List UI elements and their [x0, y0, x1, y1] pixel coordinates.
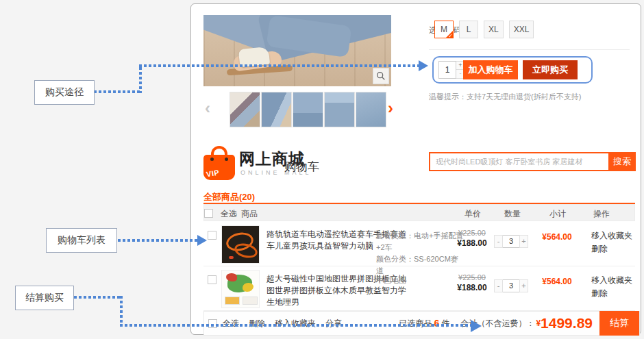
move-to-favorites-link[interactable]: 移入收藏夹 — [591, 229, 632, 242]
row-checkbox[interactable] — [208, 231, 216, 240]
row-quantity-stepper: - 3 + — [494, 279, 528, 292]
row-qty-increase-button[interactable]: + — [519, 279, 528, 292]
brand-logo-icon: VIP — [203, 146, 235, 180]
map-shape — [243, 283, 253, 292]
row-actions: 移入收藏夹 删除 — [591, 229, 632, 255]
product-thumbnail[interactable] — [324, 92, 355, 127]
row-subtotal: ¥564.00 — [536, 277, 578, 286]
move-to-favorites-link[interactable]: 移入收藏夹 — [591, 274, 632, 287]
annotation-line — [74, 296, 122, 299]
cart-section-title: 全部商品(20) — [203, 191, 255, 203]
old-price: ¥225.00 — [445, 273, 499, 281]
product-thumbnail[interactable] — [356, 92, 386, 127]
selected-items-label: 已选商品 — [399, 318, 432, 329]
divider — [429, 49, 630, 50]
current-price: ¥188.00 — [445, 283, 499, 292]
thumbnails-next-icon[interactable]: › — [388, 100, 393, 116]
add-to-cart-button[interactable]: 加入购物车 — [463, 60, 518, 79]
size-option-xl[interactable]: XL — [484, 21, 504, 38]
search-input[interactable] — [429, 152, 608, 171]
callout-purchase-path: 购买途径 — [34, 80, 95, 105]
map-strip — [225, 297, 240, 305]
column-qty: 数量 — [504, 208, 521, 220]
size-option-xxl[interactable]: XXL — [509, 21, 534, 38]
cart-footer-bar: 全选 删除 移入收藏夹 分享 已选商品 6 件 合计（不含运费）： ¥ 1499… — [203, 311, 640, 336]
size-option-m[interactable]: M✓ — [434, 21, 454, 38]
cart-table-header: 全选 商品 单价 数量 小计 操作 — [203, 204, 635, 221]
search-bar: 搜索 — [429, 152, 636, 171]
return-policy-tip: 温馨提示：支持7天无理由退货(拆封后不支持) — [429, 92, 581, 102]
annotation-line — [118, 239, 197, 242]
row-qty-decrease-button[interactable]: - — [494, 279, 503, 292]
current-price: ¥188.00 — [445, 238, 499, 248]
map-strip — [243, 297, 258, 305]
product-thumbnail[interactable] — [293, 92, 323, 127]
checkout-button[interactable]: 结算 — [599, 311, 639, 336]
cart-row: 路轨轨道车电动遥控轨道赛车手摇赛道车儿童男孩玩具益智智力动脑 套餐类型：电动+手… — [203, 223, 635, 266]
toy-car — [229, 256, 234, 259]
footer-summary: 已选商品 6 件 合计（不含运费）： ¥ 1499.89 结算 — [399, 312, 639, 335]
footer-move-favorites-link[interactable]: 移入收藏夹 — [275, 318, 316, 329]
annotation-line — [139, 64, 419, 67]
row-subtotal: ¥564.00 — [536, 232, 578, 242]
product-thumbnail[interactable] — [230, 92, 260, 127]
row-qty-increase-button[interactable]: + — [519, 235, 528, 248]
annotation-line — [94, 90, 142, 93]
buy-now-button[interactable]: 立即购买 — [523, 60, 578, 79]
column-select-all: 全选 — [221, 208, 237, 220]
annotation-line — [139, 67, 142, 93]
row-quantity-stepper: - 3 + — [494, 235, 528, 248]
product-image-map-puzzle[interactable] — [221, 270, 260, 308]
size-options: M✓ L XL XXL — [434, 21, 534, 38]
product-image-race-track[interactable] — [221, 225, 260, 264]
annotation-line — [120, 296, 123, 326]
zoom-icon[interactable] — [373, 68, 389, 84]
product-thumbnail[interactable] — [261, 92, 292, 127]
footer-delete-link[interactable]: 删除 — [249, 318, 265, 329]
price-cell: ¥225.00 ¥188.00 — [445, 273, 499, 292]
column-price: 单价 — [465, 208, 481, 220]
row-qty-value[interactable]: 3 — [503, 235, 519, 248]
search-button[interactable]: 搜索 — [608, 152, 636, 171]
annotation-arrow-icon — [419, 60, 428, 71]
page-title: 购物车 — [284, 159, 319, 175]
delete-link[interactable]: 删除 — [591, 242, 632, 255]
annotation-arrow-icon — [197, 235, 207, 246]
old-price: ¥225.00 — [445, 229, 499, 237]
footer-share-link[interactable]: 分享 — [325, 318, 342, 329]
row-checkbox[interactable] — [208, 275, 216, 284]
thumbnails-prev-icon[interactable]: ‹ — [205, 100, 210, 116]
map-shape — [226, 273, 237, 281]
bag-dot — [225, 158, 228, 161]
column-action: 操作 — [593, 208, 610, 220]
callout-cart-list: 购物车列表 — [46, 228, 117, 253]
total-amount: 1499.89 — [541, 315, 593, 331]
select-all-checkbox[interactable] — [204, 209, 213, 218]
footer-select-all-label[interactable]: 全选 — [223, 318, 239, 329]
price-cell: ¥225.00 ¥188.00 — [445, 229, 499, 248]
cart-row: 超大号磁性中国地图世界拼图拼板立地图世界拼图拼板立体木质早教益智力学生地理男 中… — [203, 267, 635, 311]
quantity-input[interactable]: 1 — [438, 61, 456, 79]
thumbnail-strip — [230, 92, 386, 127]
size-option-label: XL — [488, 25, 499, 34]
row-actions: 移入收藏夹 删除 — [591, 274, 632, 300]
annotation-line — [120, 324, 471, 327]
size-option-label: M — [441, 25, 447, 34]
row-qty-value[interactable]: 3 — [503, 279, 519, 292]
size-option-label: L — [467, 25, 471, 34]
product-main-image — [203, 15, 391, 86]
selected-items-count: 6 — [434, 318, 440, 329]
column-product: 商品 — [241, 208, 258, 220]
currency-symbol: ¥ — [536, 318, 541, 328]
delete-link[interactable]: 删除 — [591, 287, 632, 300]
row-qty-decrease-button[interactable]: - — [494, 235, 503, 248]
selected-items-unit: 件 — [441, 318, 449, 329]
selected-check-icon: ✓ — [448, 33, 453, 39]
spec-line: 中国地图 — [376, 276, 406, 284]
track-loop — [233, 241, 259, 260]
size-option-l[interactable]: L — [459, 21, 478, 38]
column-subtotal: 小计 — [549, 208, 566, 220]
annotation-arrow-icon — [471, 320, 482, 332]
callout-checkout: 结算购买 — [15, 286, 74, 310]
bag-dot — [210, 158, 214, 161]
